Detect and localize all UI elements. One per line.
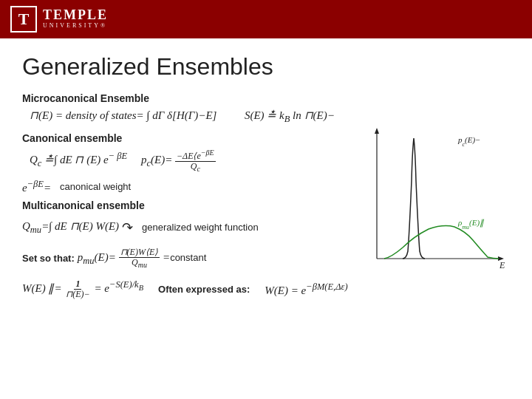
canonical-formula2: e−βE=	[22, 179, 51, 194]
svg-text:ρmu(E)‖: ρmu(E)‖	[457, 218, 485, 231]
logo-text: TEMPLE UNIVERSITY®	[43, 8, 108, 30]
w-formula: W(E) ‖﻿= 1 ⊓(E)− = e−S(E)/kB	[22, 279, 143, 299]
curved-arrow: ↷	[122, 219, 133, 236]
fraction3: 1 ⊓(E)−	[64, 279, 91, 299]
microcanonical-title: Microcanonical Ensemble	[22, 92, 355, 104]
set-so-that-label: Set so that:	[22, 253, 75, 264]
fraction1: −ΔE⟨e−βE Qc	[175, 149, 216, 174]
page-title: Generalized Ensembles	[22, 53, 510, 81]
main-content: Generalized Ensembles Microcanonical Ens…	[0, 38, 532, 310]
fraction2: ⊓(E)W⟨E⟩ Qmu	[119, 248, 160, 270]
bottom-formulas-row: W(E) ‖﻿= 1 ⊓(E)− = e−S(E)/kB Often expre…	[22, 277, 355, 301]
svg-text:pc(E)−: pc(E)−	[457, 135, 481, 148]
microcanonical-section: Microcanonical Ensemble ⊓(E) = density o…	[22, 92, 355, 125]
canonical-weight-label: canonical weight	[60, 181, 131, 192]
multicanonical-formula2: pmu(E)﻿= ⊓(E)W⟨E⟩ Qmu =constant	[78, 248, 207, 270]
multicanonical-formula1: Qmu=∫ dE ⊓(E) W(E)	[22, 219, 119, 236]
layout-container: Microcanonical Ensemble ⊓(E) = density o…	[22, 92, 510, 302]
svg-marker-2	[375, 128, 379, 134]
often-expressed-label: Often expressed as:	[158, 284, 250, 295]
multicanonical-header-row: Multicanonical ensemble	[22, 200, 355, 216]
multicanonical-formula1-row: Qmu=∫ dE ⊓(E) W(E) ↷ generalized weight …	[22, 217, 355, 238]
generalized-weight-label: generalized weight function	[142, 222, 259, 233]
header: T TEMPLE UNIVERSITY®	[0, 0, 532, 38]
logo: T TEMPLE UNIVERSITY®	[10, 6, 108, 33]
microcanonical-formula1: ⊓(E) = density of states= ∫ dΓ δ[H(Γ)−E]…	[30, 109, 355, 125]
often-expressed-formula: W(E) = e−βM(E,Δε)	[265, 282, 347, 297]
set-so-that-row: Set so that: pmu(E)﻿= ⊓(E)W⟨E⟩ Qmu =cons…	[22, 245, 355, 272]
canonical-title: Canonical ensemble	[22, 132, 355, 144]
logo-temple: TEMPLE	[43, 8, 108, 21]
left-panel: Microcanonical Ensemble ⊓(E) = density o…	[22, 92, 355, 302]
right-graph-panel: pc(E)− ρmu(E)‖ E	[362, 122, 510, 302]
logo-icon: T	[10, 6, 37, 33]
canonical-formula1: Qc ≛∫ dE ⊓ (E) e− βE pc(E)﻿= −ΔE⟨e−βE Qc	[30, 149, 355, 174]
canonical-section: Canonical ensemble Qc ≛∫ dE ⊓ (E) e− βE …	[22, 132, 355, 197]
svg-text:E: E	[499, 260, 505, 270]
multicanonical-section: Multicanonical ensemble Qmu=∫ dE ⊓(E) W(…	[22, 200, 355, 302]
canonical-weight-row: e−βE= canonical weight	[22, 177, 355, 197]
logo-university: UNIVERSITY®	[43, 21, 108, 30]
graph-svg: pc(E)− ρmu(E)‖ E	[362, 122, 510, 277]
logo-t-letter: T	[18, 10, 30, 29]
multicanonical-title: Multicanonical ensemble	[22, 200, 145, 211]
